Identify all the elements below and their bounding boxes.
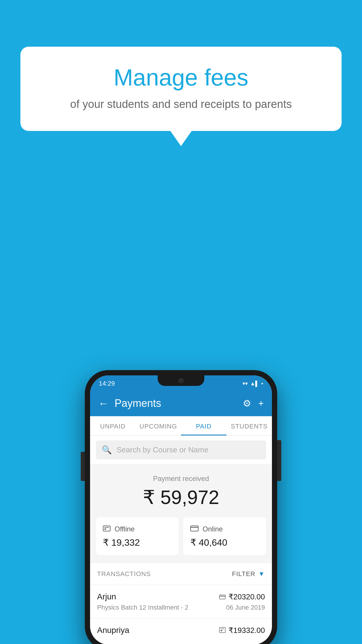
filter-label: FILTER (232, 570, 255, 578)
transactions-header: TRANSACTIONS FILTER ▼ (90, 563, 272, 585)
speech-bubble-container: Manage fees of your students and send re… (20, 47, 342, 131)
online-card: Online ₹ 40,640 (183, 517, 266, 555)
transaction-row: Arjun ₹20320.00 Physics Batch 12 Install… (90, 585, 272, 619)
app-bar: ← Payments ⚙ + (90, 391, 272, 416)
svg-rect-0 (103, 526, 110, 531)
transactions-label: TRANSACTIONS (97, 570, 151, 578)
search-container: 🔍 Search by Course or Name (90, 436, 272, 464)
transaction-amount-arjun: ₹20320.00 (219, 592, 265, 601)
transaction-bottom-arjun: Physics Batch 12 Installment - 2 06 June… (97, 604, 265, 611)
phone-inner: 14:29 ▾▾ ▲▌ ▪ ← Payments ⚙ + UNPAID UP (90, 375, 272, 644)
status-icons: ▾▾ ▲▌ ▪ (242, 380, 263, 387)
transaction-row-anupriya: Anupriya ₹19332.00 (90, 619, 272, 644)
speech-bubble-subtitle: of your students and send receipts to pa… (44, 98, 318, 111)
svg-rect-3 (191, 526, 198, 531)
add-button[interactable]: + (258, 398, 264, 409)
svg-rect-2 (104, 528, 106, 530)
transaction-amount-anupriya: ₹19332.00 (219, 626, 265, 635)
signal-icon: ▲▌ (250, 381, 259, 387)
app-title: Payments (115, 397, 237, 410)
payment-type-icon-anupriya (219, 626, 226, 635)
transaction-name-anupriya: Anupriya (97, 626, 129, 635)
tabs: UNPAID UPCOMING PAID STUDENTS (90, 416, 272, 436)
speech-bubble-title: Manage fees (44, 64, 318, 91)
svg-rect-5 (219, 595, 225, 599)
phone-notch (158, 375, 204, 386)
status-time: 14:29 (99, 380, 115, 387)
search-bar[interactable]: 🔍 Search by Course or Name (96, 440, 266, 459)
transaction-name-arjun: Arjun (97, 592, 116, 601)
toolbar-icons: ⚙ + (243, 398, 264, 409)
payment-total-amount: ₹ 59,972 (90, 486, 272, 509)
payment-received-label: Payment received (90, 475, 272, 483)
phone-outer: 14:29 ▾▾ ▲▌ ▪ ← Payments ⚙ + UNPAID UP (85, 370, 277, 644)
offline-card: Offline ₹ 19,332 (96, 517, 179, 555)
online-label: Online (203, 525, 223, 533)
offline-label: Offline (115, 525, 135, 533)
offline-card-header: Offline (103, 524, 172, 533)
camera-dot (178, 378, 184, 383)
payment-summary: Payment received ₹ 59,972 (90, 464, 272, 517)
phone-mockup: 14:29 ▾▾ ▲▌ ▪ ← Payments ⚙ + UNPAID UP (85, 370, 277, 644)
search-placeholder: Search by Course or Name (117, 445, 208, 454)
wifi-icon: ▾▾ (242, 380, 248, 387)
search-icon: 🔍 (102, 445, 112, 455)
tab-unpaid[interactable]: UNPAID (90, 416, 136, 435)
transaction-top-arjun: Arjun ₹20320.00 (97, 592, 265, 601)
filter-button[interactable]: FILTER ▼ (232, 570, 265, 578)
transaction-course-arjun: Physics Batch 12 Installment - 2 (97, 604, 188, 611)
svg-rect-9 (221, 630, 222, 631)
transaction-date-arjun: 06 June 2019 (226, 604, 265, 611)
filter-icon: ▼ (258, 570, 265, 578)
tab-paid[interactable]: PAID (181, 416, 226, 435)
offline-icon (103, 524, 110, 533)
tab-students[interactable]: STUDENTS (226, 416, 272, 435)
back-button[interactable]: ← (98, 397, 109, 410)
payment-type-icon-arjun (219, 592, 226, 601)
settings-button[interactable]: ⚙ (243, 398, 251, 409)
speech-bubble: Manage fees of your students and send re… (20, 47, 342, 131)
transaction-top-anupriya: Anupriya ₹19332.00 (97, 626, 265, 635)
payment-cards: Offline ₹ 19,332 Online ₹ 4 (90, 517, 272, 563)
tab-upcoming[interactable]: UPCOMING (136, 416, 181, 435)
online-amount: ₹ 40,640 (190, 537, 259, 548)
svg-rect-7 (219, 627, 225, 633)
online-icon (190, 524, 198, 533)
battery-icon: ▪ (261, 381, 263, 387)
online-card-header: Online (190, 524, 259, 533)
offline-amount: ₹ 19,332 (103, 537, 172, 548)
